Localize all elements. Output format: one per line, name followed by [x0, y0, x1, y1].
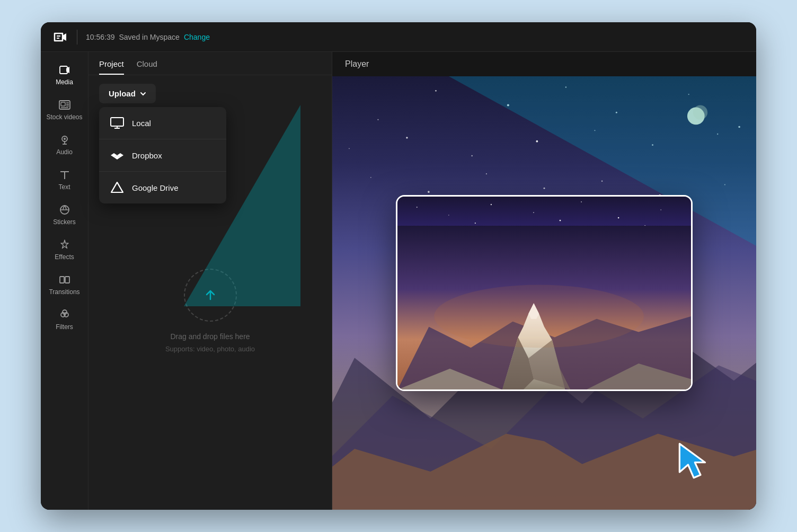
svg-rect-18 — [60, 277, 64, 283]
text-icon — [58, 169, 71, 181]
svg-point-31 — [377, 119, 378, 120]
svg-line-28 — [111, 182, 117, 192]
svg-point-85 — [434, 285, 644, 348]
svg-point-48 — [370, 177, 371, 178]
dropdown-label-local: Local — [132, 119, 151, 128]
sidebar-item-audio[interactable]: Audio — [43, 128, 86, 161]
drop-zone-subtext: Supports: video, photo, audio — [165, 345, 255, 353]
sidebar-label-text: Text — [58, 183, 70, 191]
dropdown-item-dropbox[interactable]: Dropbox — [99, 139, 226, 172]
main-content: Media Stock videos — [41, 52, 756, 510]
svg-point-41 — [471, 155, 472, 156]
svg-marker-86 — [679, 444, 705, 477]
dropdown-item-google-drive[interactable]: Google Drive — [99, 172, 226, 203]
player-area: Player — [332, 52, 756, 510]
sidebar-label-stickers: Stickers — [53, 218, 76, 226]
top-bar: 10:56:39 Saved in Myspace Change — [41, 22, 756, 52]
tab-project[interactable]: Project — [99, 52, 124, 75]
sidebar-item-media[interactable]: Media — [43, 58, 86, 91]
svg-point-44 — [652, 144, 653, 146]
svg-point-33 — [507, 104, 509, 106]
change-link[interactable]: Change — [184, 33, 210, 41]
card-image — [397, 197, 691, 389]
sidebar-item-transitions[interactable]: Transitions — [43, 268, 86, 301]
svg-point-50 — [486, 173, 487, 174]
center-panel: Project Cloud Upload — [88, 52, 332, 510]
sidebar-label-filters: Filters — [56, 323, 73, 331]
svg-point-37 — [738, 126, 740, 128]
sidebar-item-stickers[interactable]: Stickers — [43, 198, 86, 231]
svg-line-29 — [117, 182, 123, 192]
stock-videos-icon — [58, 99, 71, 111]
svg-marker-27 — [111, 182, 123, 192]
svg-point-65 — [533, 212, 534, 213]
svg-point-34 — [565, 86, 566, 87]
drop-zone-circle — [184, 269, 237, 322]
sidebar-label-stock: Stock videos — [46, 113, 82, 121]
svg-point-70 — [475, 223, 476, 224]
sidebar-label-audio: Audio — [56, 148, 73, 156]
sidebar-item-stock-videos[interactable]: Stock videos — [43, 93, 86, 126]
svg-point-68 — [660, 209, 661, 210]
svg-rect-19 — [65, 277, 69, 283]
svg-point-49 — [428, 191, 430, 193]
upload-label: Upload — [109, 89, 136, 98]
google-drive-icon — [110, 180, 125, 195]
svg-point-54 — [724, 184, 725, 185]
monitor-icon — [110, 116, 125, 130]
dropdown-item-local[interactable]: Local — [99, 107, 226, 139]
svg-point-66 — [581, 201, 582, 202]
sidebar-label-transitions: Transitions — [49, 288, 79, 296]
svg-point-11 — [64, 138, 66, 140]
effects-icon — [58, 238, 71, 251]
svg-rect-5 — [61, 102, 65, 106]
upload-button[interactable]: Upload — [99, 84, 156, 103]
svg-point-51 — [544, 188, 545, 189]
svg-point-63 — [448, 215, 449, 216]
player-viewport — [332, 76, 756, 510]
svg-rect-2 — [60, 66, 67, 74]
dropbox-icon — [110, 148, 125, 163]
sidebar-label-effects: Effects — [55, 253, 74, 261]
svg-point-67 — [618, 217, 619, 219]
upload-dropdown: Local Dropbox — [99, 107, 226, 203]
tab-cloud[interactable]: Cloud — [137, 52, 157, 75]
media-icon — [58, 64, 71, 76]
svg-point-57 — [693, 105, 707, 120]
svg-marker-3 — [66, 67, 69, 73]
app-logo — [51, 29, 68, 46]
floating-card — [396, 195, 693, 391]
upload-section: Upload — [88, 75, 332, 112]
sidebar-item-filters[interactable]: Filters — [43, 303, 86, 336]
player-header: Player — [332, 52, 756, 76]
svg-point-42 — [536, 140, 538, 143]
svg-point-35 — [616, 112, 617, 113]
tabs-row: Project Cloud — [88, 52, 332, 75]
drop-zone-text: Drag and drop files here — [170, 332, 250, 341]
app-window: 10:56:39 Saved in Myspace Change Media — [41, 22, 756, 510]
sidebar: Media Stock videos — [41, 52, 88, 510]
card-mountain-peak — [397, 226, 691, 389]
dropdown-label-google-drive: Google Drive — [132, 183, 179, 192]
save-info: 10:56:39 Saved in Myspace Change — [86, 33, 210, 41]
svg-point-32 — [435, 90, 437, 92]
svg-point-45 — [717, 134, 718, 135]
stickers-icon — [58, 203, 71, 216]
svg-point-72 — [560, 220, 561, 221]
transitions-icon — [58, 273, 71, 286]
svg-point-36 — [688, 94, 689, 95]
sidebar-item-effects[interactable]: Effects — [43, 233, 86, 266]
audio-icon — [58, 134, 71, 146]
svg-point-52 — [601, 180, 603, 181]
save-status: Saved in Myspace — [119, 33, 180, 41]
sidebar-item-text[interactable]: Text — [43, 163, 86, 196]
svg-point-40 — [406, 137, 408, 138]
svg-point-64 — [491, 204, 492, 205]
sidebar-label-media: Media — [56, 78, 73, 86]
player-title: Player — [345, 59, 369, 68]
svg-point-39 — [349, 148, 350, 149]
dropdown-label-dropbox: Dropbox — [132, 151, 162, 160]
svg-point-62 — [417, 207, 418, 208]
svg-rect-24 — [111, 118, 123, 126]
cursor-arrow — [677, 441, 716, 481]
